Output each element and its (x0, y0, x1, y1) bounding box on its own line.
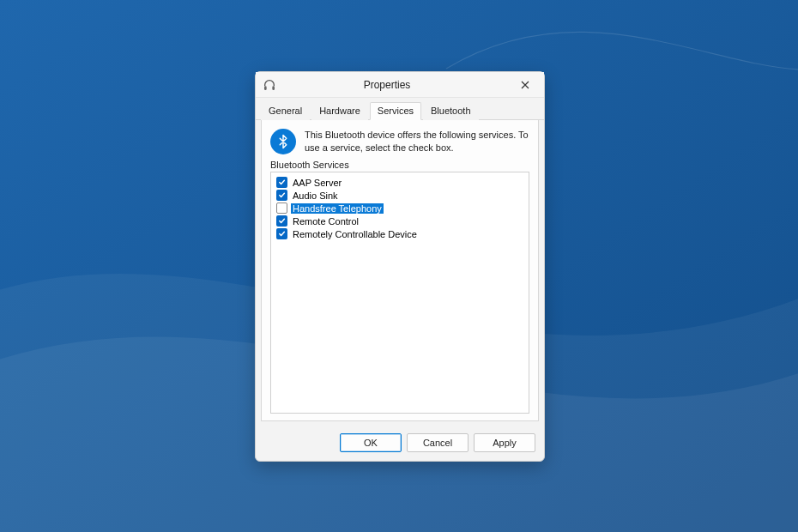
tab-hardware[interactable]: Hardware (311, 102, 368, 120)
info-row: This Bluetooth device offers the followi… (270, 129, 529, 160)
service-checkbox[interactable] (276, 203, 287, 214)
service-checkbox[interactable] (276, 215, 287, 227)
service-checkbox[interactable] (276, 228, 287, 239)
apply-button[interactable]: Apply (474, 433, 535, 452)
button-row: OK Cancel Apply (256, 426, 544, 461)
service-item[interactable]: Remotely Controllable Device (275, 227, 525, 240)
service-label: Handsfree Telephony (291, 203, 384, 214)
info-text: This Bluetooth device offers the followi… (305, 129, 529, 154)
service-label: Remote Control (291, 216, 360, 227)
titlebar: Properties (256, 72, 544, 98)
tab-bluetooth[interactable]: Bluetooth (423, 102, 478, 120)
check-icon (278, 217, 286, 225)
bluetooth-icon (270, 129, 296, 154)
service-label: Audio Sink (291, 190, 340, 201)
service-list: AAP ServerAudio SinkHandsfree TelephonyR… (270, 172, 529, 414)
dialog-title: Properties (263, 79, 511, 91)
tab-general[interactable]: General (261, 102, 310, 120)
service-item[interactable]: Remote Control (275, 215, 525, 227)
service-item[interactable]: AAP Server (275, 176, 525, 189)
check-icon (278, 178, 286, 186)
close-icon (521, 81, 529, 89)
ok-button[interactable]: OK (340, 433, 402, 452)
section-label: Bluetooth Services (270, 160, 529, 170)
tab-services[interactable]: Services (370, 102, 421, 120)
service-checkbox[interactable] (276, 177, 287, 188)
service-checkbox[interactable] (276, 190, 287, 201)
tab-content: This Bluetooth device offers the followi… (261, 120, 539, 421)
close-button[interactable] (511, 75, 539, 95)
properties-dialog: Properties General Hardware Services Blu… (255, 71, 545, 462)
tabstrip: General Hardware Services Bluetooth (256, 98, 544, 120)
check-icon (278, 191, 286, 199)
service-item[interactable]: Audio Sink (275, 189, 525, 202)
service-label: AAP Server (291, 178, 343, 188)
cancel-button[interactable]: Cancel (407, 433, 469, 452)
service-label: Remotely Controllable Device (291, 229, 419, 239)
service-item[interactable]: Handsfree Telephony (275, 202, 525, 215)
check-icon (278, 230, 286, 238)
